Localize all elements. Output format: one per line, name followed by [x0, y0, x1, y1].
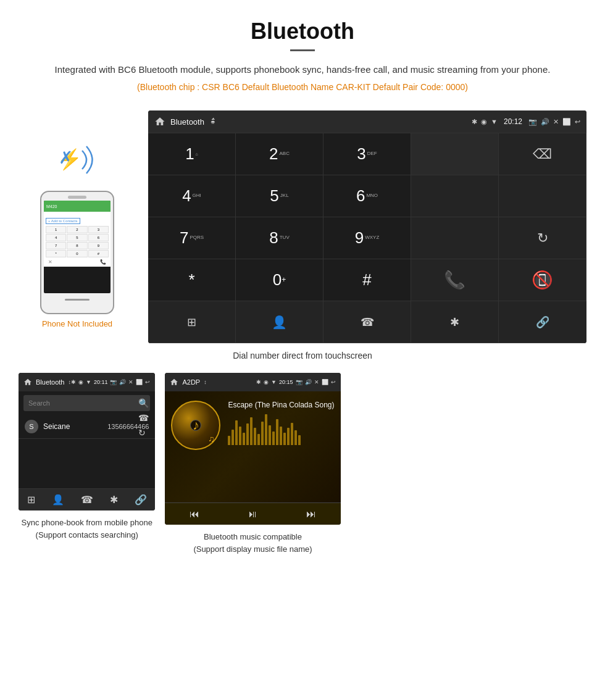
dial-key-9[interactable]: 9WXYZ [323, 217, 411, 259]
music-caption: Bluetooth music compatible (Support disp… [165, 531, 340, 555]
call-button[interactable]: 📞 [411, 259, 499, 301]
dial-key-6[interactable]: 6MNO [323, 175, 411, 217]
cam-pb-icon[interactable]: 📷 [110, 379, 117, 385]
sq-music[interactable]: ⬜ [322, 379, 328, 385]
dial-display-area [411, 133, 499, 175]
expand-icon[interactable]: ⬜ [562, 118, 571, 126]
pb-action-icons: 🔍 ☎ ↻ [135, 395, 152, 441]
close-icon[interactable]: ✕ [553, 118, 559, 126]
grid-footer-icon[interactable]: ⊞ [27, 494, 35, 506]
dial-empty-2 [499, 175, 586, 217]
dial-empty-1 [411, 175, 499, 217]
dialpad-view-button[interactable]: ⊞ [148, 301, 236, 343]
dial-key-hash[interactable]: # [323, 259, 411, 301]
sync-action-icon[interactable]: ↻ [138, 428, 149, 438]
next-button[interactable]: ⏭ [306, 509, 316, 520]
phonebook-footer: ⊞ 👤 ☎ ✱ 🔗 [19, 488, 155, 510]
link-button[interactable]: 🔗 [499, 301, 586, 343]
bt-footer-icon[interactable]: ✱ [110, 494, 118, 506]
contact-name: Seicane [43, 422, 107, 431]
play-pause-button[interactable]: ⏯ [248, 509, 257, 520]
backspace-icon: ⌫ [533, 146, 552, 162]
phone-key: 4 [46, 234, 66, 241]
viz-bar [265, 414, 267, 445]
viz-bar [298, 435, 301, 445]
phone-key: 3 [88, 226, 109, 233]
page-description: Integrated with BC6 Bluetooth module, su… [37, 62, 568, 77]
music-status: ✱ ◉ ▼ 20:15 📷 🔊 ✕ ⬜ ↩ [256, 379, 335, 385]
dial-key-8[interactable]: 8TUV [236, 217, 323, 259]
home-icon[interactable] [154, 116, 165, 127]
contacts-button[interactable]: 👤 [236, 301, 323, 343]
usb-icon [209, 117, 218, 126]
cam-music[interactable]: 📷 [296, 379, 302, 385]
dial-key-3[interactable]: 3DEF [323, 133, 411, 175]
dial-screen-header: Bluetooth ✱ ◉ ▼ 20:12 📷 🔊 ✕ ⬜ ↩ [148, 110, 586, 133]
viz-bar [294, 430, 297, 445]
dial-key-4[interactable]: 4GHI [148, 175, 236, 217]
home-icon-small[interactable] [23, 378, 32, 386]
viz-bar [269, 425, 271, 445]
phone-button[interactable]: ☎ [323, 301, 411, 343]
bluetooth-specs: (Bluetooth chip : CSR BC6 Default Blueto… [37, 82, 568, 92]
link-icon: 🔗 [536, 315, 549, 329]
viz-bar [257, 434, 260, 445]
back-icon[interactable]: ↩ [575, 118, 580, 126]
handset-icon: ☎ [361, 315, 374, 329]
volume-icon[interactable]: 🔊 [541, 118, 549, 126]
bluetooth-waves: ✗ ⚡ [52, 135, 102, 185]
phonebook-search[interactable]: Search [23, 395, 150, 411]
backspace-button[interactable]: ⌫ [499, 133, 586, 175]
person-footer-icon[interactable]: 👤 [52, 494, 64, 506]
dial-key-1[interactable]: 1⌂ [148, 133, 236, 175]
phone-screen-header: M420 [44, 201, 111, 212]
phone-mockup: M420 + Add to Contacts 1 2 3 4 5 6 7 8 9 [40, 191, 114, 314]
signal-pb-icon: ▼ [86, 379, 91, 385]
link-footer-icon[interactable]: 🔗 [135, 494, 147, 506]
call-green-icon: 📞 [444, 270, 465, 290]
main-content: ✗ ⚡ M420 + Add to Contacts 1 2 [0, 110, 605, 343]
viz-bar [243, 433, 245, 445]
viz-bar [250, 417, 252, 445]
dial-key-0[interactable]: 0+ [236, 259, 323, 301]
back-music[interactable]: ↩ [331, 379, 336, 385]
reload-button[interactable]: ↻ [499, 217, 586, 259]
sq-pb-icon[interactable]: ⬜ [136, 379, 143, 385]
person-icon: 👤 [272, 315, 287, 330]
dial-key-star[interactable]: * [148, 259, 236, 301]
phone-key: 6 [88, 234, 109, 241]
vol-pb-icon[interactable]: 🔊 [119, 379, 126, 385]
music-note-2: ♫ [208, 434, 215, 444]
end-call-button[interactable]: 📵 [499, 259, 586, 301]
camera-icon[interactable]: 📷 [528, 118, 537, 126]
phonebook-contact[interactable]: S Seicane 13566664466 [19, 415, 155, 439]
x-music[interactable]: ✕ [314, 379, 319, 385]
home-icon-music[interactable] [170, 378, 178, 386]
prev-button[interactable]: ⏮ [190, 509, 199, 520]
viz-bar [232, 430, 234, 445]
dial-key-7[interactable]: 7PQRS [148, 217, 236, 259]
phone-footer-icon[interactable]: ☎ [81, 494, 93, 506]
bluetooth-button[interactable]: ✱ [411, 301, 499, 343]
music-caption-line1: Bluetooth music compatible [204, 532, 302, 541]
phonebook-status: ✱ ◉ ▼ 20:11 📷 🔊 ✕ ⬜ ↩ [71, 379, 150, 385]
dialpad-grid: 1⌂ 2ABC 3DEF ⌫ 4GHI 5JKL 6MNO [148, 133, 586, 343]
back-pb-icon[interactable]: ↩ [145, 379, 150, 385]
phone-screen-content: + Add to Contacts 1 2 3 4 5 6 7 8 9 * 0 … [44, 212, 111, 267]
phonebook-screen: Bluetooth ↕ ✱ ◉ ▼ 20:11 📷 🔊 ✕ ⬜ ↩ [19, 373, 155, 510]
location-icon: ◉ [481, 118, 487, 126]
phone-screen: M420 + Add to Contacts 1 2 3 4 5 6 7 8 9 [44, 201, 111, 293]
album-art: ♪ ♫ [171, 401, 220, 450]
dial-key-2[interactable]: 2ABC [236, 133, 323, 175]
grid-icon: ⊞ [187, 315, 196, 329]
dial-key-5[interactable]: 5JKL [236, 175, 323, 217]
call-action-icon[interactable]: ☎ [138, 413, 149, 423]
vol-music[interactable]: 🔊 [305, 379, 312, 385]
viz-bar [272, 431, 275, 445]
search-action-icon[interactable]: 🔍 [138, 398, 149, 408]
phonebook-caption: Sync phone-book from mobile phone (Suppo… [19, 517, 155, 541]
contacts-list-area [19, 439, 155, 488]
x-pb-icon[interactable]: ✕ [128, 379, 133, 385]
phone-speaker [68, 196, 86, 199]
loc-music-icon: ◉ [264, 379, 269, 385]
